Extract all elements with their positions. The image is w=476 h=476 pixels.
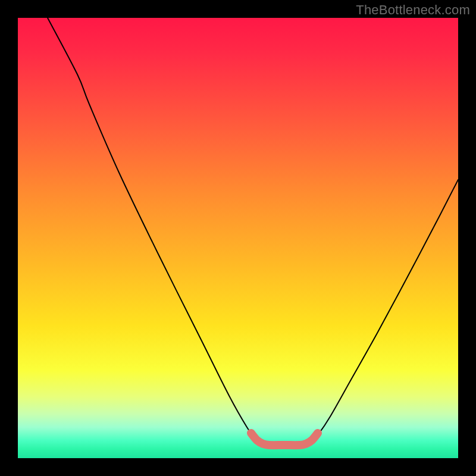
- watermark-text: TheBottleneck.com: [356, 2, 470, 18]
- bottleneck-curve-path: [48, 18, 458, 445]
- chart-plot-area: [18, 18, 458, 458]
- chart-frame: TheBottleneck.com: [0, 0, 476, 476]
- chart-svg: [18, 18, 458, 458]
- flat-bottom-highlight-path: [251, 433, 318, 445]
